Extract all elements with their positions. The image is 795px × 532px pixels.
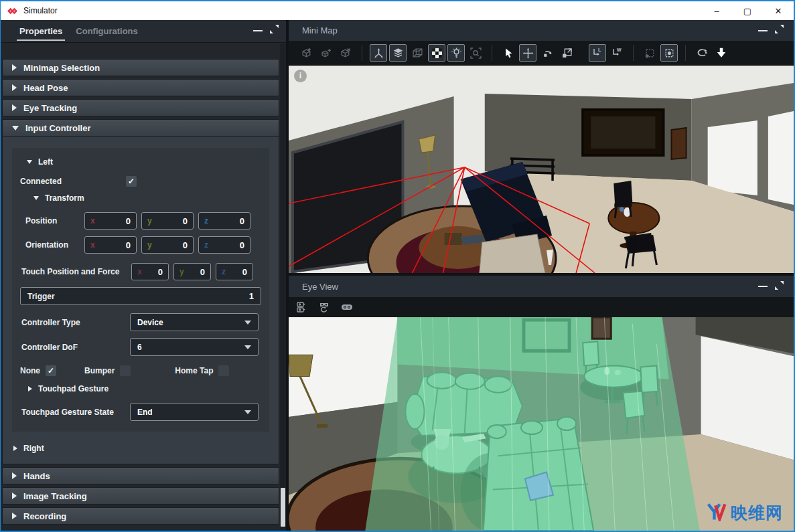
section-recording[interactable]: Recording bbox=[2, 507, 279, 525]
connected-row: Connected ✓ bbox=[20, 176, 261, 187]
move-tool-button[interactable] bbox=[519, 44, 536, 62]
transform-group-header[interactable]: Transform bbox=[33, 193, 261, 203]
panel-popout-icon[interactable] bbox=[269, 24, 279, 37]
section-hands[interactable]: Hands bbox=[2, 467, 279, 484]
touch-x-field[interactable]: x 0 bbox=[131, 263, 169, 280]
checker-grid-button[interactable] bbox=[428, 44, 445, 62]
add-prefab-cube-button[interactable] bbox=[298, 44, 315, 62]
rotate-tool-button[interactable] bbox=[538, 44, 556, 62]
select-center-button[interactable] bbox=[660, 44, 678, 62]
doorway-2 bbox=[768, 111, 794, 205]
minimap-toolbar: L W bbox=[289, 41, 794, 66]
scale-tool-button[interactable] bbox=[558, 44, 575, 62]
minimap-title: Mini Map bbox=[302, 25, 338, 35]
input-controller-content: Left Connected ✓ Transform Position bbox=[2, 137, 279, 464]
triangle-right-icon bbox=[12, 104, 17, 111]
select-pivot-button[interactable] bbox=[641, 44, 658, 62]
close-button[interactable]: ✕ bbox=[763, 1, 794, 20]
position-x-field[interactable]: x 0 bbox=[84, 212, 137, 230]
titlebar: Simulator – ▢ ✕ bbox=[1, 1, 794, 20]
trigger-field[interactable]: Trigger 1 bbox=[20, 287, 261, 305]
eyeview-3d-scene bbox=[289, 317, 794, 531]
layers-button[interactable] bbox=[389, 44, 407, 62]
orbit-reset-button[interactable] bbox=[693, 44, 711, 62]
controller-dof-dropdown[interactable]: 6 bbox=[130, 338, 259, 356]
bumper-checkbox[interactable] bbox=[120, 365, 131, 376]
right-group-header[interactable]: Right bbox=[13, 444, 269, 453]
headset-view-button[interactable] bbox=[338, 298, 356, 316]
section-image-tracking[interactable]: Image Tracking bbox=[2, 487, 279, 505]
panel-minimize-icon[interactable] bbox=[253, 30, 263, 31]
section-eye-tracking[interactable]: Eye Tracking bbox=[2, 99, 279, 116]
remove-cube-button[interactable] bbox=[337, 44, 354, 62]
position-z-field[interactable]: z 0 bbox=[198, 212, 250, 230]
eyeview-title: Eye View bbox=[302, 282, 338, 292]
touchpad-gesture-header[interactable]: Touchpad Gesture bbox=[28, 384, 261, 393]
active-tab-underline bbox=[17, 39, 65, 41]
select-cursor-button[interactable] bbox=[500, 44, 517, 62]
orientation-z-field[interactable]: z 0 bbox=[198, 236, 250, 254]
buttons-row: None ✓ Bumper Home Tap bbox=[20, 365, 261, 376]
eyeview-toolbar bbox=[289, 297, 794, 317]
headset-recenter-button[interactable] bbox=[315, 298, 333, 316]
left-controller-group: Left Connected ✓ Transform Position bbox=[12, 148, 269, 432]
doorway bbox=[708, 120, 757, 195]
wireframe-cube-button[interactable] bbox=[409, 44, 426, 62]
add-cube-button[interactable] bbox=[317, 44, 335, 62]
touch-z-field[interactable]: z 0 bbox=[216, 263, 253, 280]
small-picture-frame bbox=[592, 317, 611, 339]
dual-display-button[interactable] bbox=[293, 298, 310, 316]
position-y-field[interactable]: y 0 bbox=[141, 212, 194, 230]
panel-minimize-icon[interactable] bbox=[758, 30, 768, 31]
world-coords-button[interactable]: W bbox=[608, 44, 626, 62]
local-coords-button[interactable]: L bbox=[589, 44, 606, 62]
triangle-right-icon bbox=[12, 493, 17, 499]
light-bulb-button[interactable] bbox=[447, 44, 465, 62]
panel-popout-icon[interactable] bbox=[774, 24, 784, 37]
none-checkbox[interactable]: ✓ bbox=[46, 365, 56, 376]
tab-configurations[interactable]: Configurations bbox=[69, 21, 144, 42]
triangle-right-icon bbox=[28, 386, 32, 391]
chevron-down-icon bbox=[244, 321, 251, 325]
zoom-region-button[interactable] bbox=[467, 44, 484, 62]
maximize-button[interactable]: ▢ bbox=[732, 1, 763, 20]
section-head-pose[interactable]: Head Pose bbox=[2, 79, 279, 96]
axis-move-button[interactable] bbox=[370, 44, 387, 62]
orientation-x-field[interactable]: x 0 bbox=[84, 236, 137, 254]
tab-properties[interactable]: Properties bbox=[13, 21, 69, 42]
info-icon[interactable]: i bbox=[294, 70, 307, 82]
orientation-row: Orientation x 0 y 0 z 0 bbox=[20, 236, 261, 254]
home-tap-checkbox[interactable] bbox=[218, 365, 229, 376]
touch-row: Touch Position and Force x 0 y 0 z bbox=[20, 263, 261, 280]
svg-text:L: L bbox=[598, 48, 601, 52]
triangle-down-icon bbox=[27, 160, 32, 164]
minimize-button[interactable]: – bbox=[701, 1, 732, 20]
toolbar-separator bbox=[492, 45, 492, 61]
download-arrow-button[interactable] bbox=[713, 44, 730, 62]
gesture-state-dropdown[interactable]: End bbox=[130, 403, 259, 421]
eyeview-viewport[interactable]: 映维网 bbox=[289, 317, 794, 531]
triangle-right-icon bbox=[13, 446, 17, 451]
section-minimap-selection[interactable]: Minimap Selection bbox=[2, 59, 279, 76]
connected-checkbox[interactable]: ✓ bbox=[126, 176, 137, 187]
app-logo-icon bbox=[7, 6, 18, 16]
panel-minimize-icon[interactable] bbox=[758, 286, 768, 287]
watermark-logo-icon bbox=[707, 503, 727, 524]
svg-text:W: W bbox=[617, 48, 622, 52]
left-panel-scrollbar[interactable] bbox=[280, 43, 286, 531]
triangle-right-icon bbox=[12, 84, 17, 91]
chevron-down-icon bbox=[244, 345, 251, 349]
minimap-viewport[interactable]: i bbox=[289, 66, 794, 273]
left-group-header[interactable]: Left bbox=[27, 157, 261, 167]
scrollbar-thumb[interactable] bbox=[281, 488, 285, 527]
controller-type-dropdown[interactable]: Device bbox=[130, 313, 259, 331]
triangle-down-icon bbox=[33, 196, 39, 200]
section-input-controller[interactable]: Input Controller bbox=[2, 119, 279, 137]
minimap-3d-scene bbox=[289, 66, 794, 273]
orientation-y-field[interactable]: y 0 bbox=[141, 236, 194, 254]
watermark-text: 映维网 bbox=[731, 502, 783, 524]
minimap-header: Mini Map bbox=[289, 20, 794, 41]
touch-y-field[interactable]: y 0 bbox=[173, 263, 211, 280]
panel-popout-icon[interactable] bbox=[774, 280, 784, 293]
position-row: Position x 0 y 0 z 0 bbox=[20, 212, 261, 230]
